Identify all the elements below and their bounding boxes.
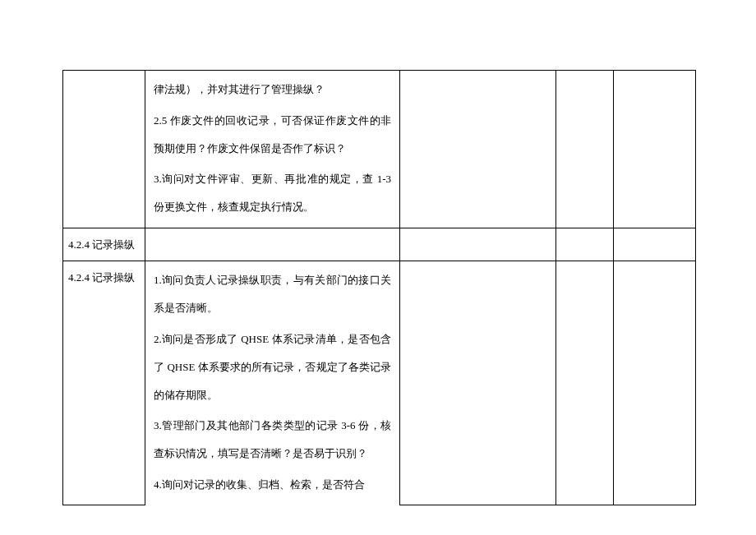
cell-empty — [145, 228, 400, 261]
paragraph: 律法规），并对其进行了管理操纵？ — [154, 71, 391, 104]
paragraph: 1.询问负责人记录操纵职责，与有关部门的接口关系是否清晰。 — [154, 261, 391, 322]
cell-empty — [400, 261, 556, 505]
paragraph: 2.询问是否形成了 QHSE 体系记录清单，是否包含了 QHSE 体系要求的所有… — [154, 325, 391, 408]
paragraph: 4.询问对记录的收集、归档、检索，是否符合 — [154, 471, 391, 499]
cell-empty — [614, 261, 696, 505]
cell-empty — [556, 71, 614, 228]
row-label: 4.2.4 记录操纵 — [63, 228, 145, 261]
table-row: 律法规），并对其进行了管理操纵？ 2.5 作废文件的回收记录，可否保证作废文件的… — [63, 71, 696, 228]
cell-label — [63, 71, 145, 228]
cell-empty — [556, 261, 614, 505]
cell-empty — [556, 228, 614, 261]
paragraph: 2.5 作废文件的回收记录，可否保证作废文件的非预期使用？作废文件保留是否作了标… — [154, 107, 391, 163]
cell-empty — [614, 228, 696, 261]
table-row: 4.2.4 记录操纵 1.询问负责人记录操纵职责，与有关部门的接口关系是否清晰。… — [63, 261, 696, 505]
cell-content: 1.询问负责人记录操纵职责，与有关部门的接口关系是否清晰。 2.询问是否形成了 … — [145, 261, 400, 505]
cell-empty — [400, 228, 556, 261]
cell-label: 4.2.4 记录操纵 — [63, 228, 145, 261]
cell-label: 4.2.4 记录操纵 — [63, 261, 145, 505]
document-table-wrap: 律法规），并对其进行了管理操纵？ 2.5 作废文件的回收记录，可否保证作废文件的… — [62, 70, 695, 505]
cell-empty — [400, 71, 556, 228]
paragraph: 3.管理部门及其他部门各类类型的记录 3-6 份，核查标识情况，填写是否清晰？是… — [154, 412, 391, 468]
cell-content: 律法规），并对其进行了管理操纵？ 2.5 作废文件的回收记录，可否保证作废文件的… — [145, 71, 400, 228]
cell-empty — [614, 71, 696, 228]
table-row: 4.2.4 记录操纵 — [63, 228, 696, 261]
row-label: 4.2.4 记录操纵 — [63, 261, 145, 293]
paragraph: 3.询问对文件评审、更新、再批准的规定，查 1-3 份更换文件，核查规定执行情况… — [154, 165, 391, 221]
row-label — [63, 71, 145, 84]
audit-table: 律法规），并对其进行了管理操纵？ 2.5 作废文件的回收记录，可否保证作废文件的… — [62, 70, 696, 505]
